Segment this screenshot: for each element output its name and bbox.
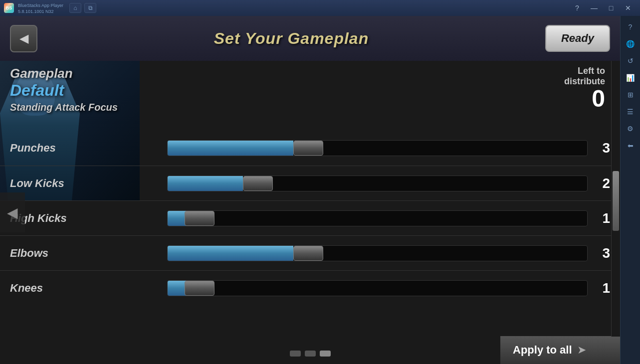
- nav-dot-2[interactable]: [320, 351, 331, 357]
- slider-track-wrapper: [167, 243, 588, 263]
- gameplan-info: Gameplan Default Standing Attack Focus: [10, 66, 118, 113]
- scrollbar-thumb[interactable]: [613, 171, 619, 231]
- app-header: ◀ Set Your Gameplan Ready: [0, 16, 620, 61]
- slider-value: 1: [595, 280, 610, 296]
- close-button[interactable]: ✕: [620, 3, 636, 13]
- home-button[interactable]: ⌂: [69, 3, 81, 13]
- back-button[interactable]: ◀: [10, 25, 37, 52]
- slider-thumb[interactable]: [243, 176, 273, 191]
- globe-icon[interactable]: 🌐: [624, 37, 638, 51]
- slider-row: Low Kicks2: [0, 166, 620, 200]
- sliders-container: Punches3Low Kicks2High Kicks1Elbows3Knee…: [0, 131, 620, 337]
- apply-btn-icon: ➤: [577, 344, 586, 357]
- slider-track[interactable]: [167, 140, 588, 156]
- slider-track-wrapper: [167, 138, 588, 158]
- slider-track-wrapper: [167, 208, 588, 228]
- slider-track-wrapper: [167, 278, 588, 298]
- nav-dot-0[interactable]: [290, 351, 301, 357]
- slider-label-high-kicks: High Kicks: [10, 212, 160, 225]
- minimize-button[interactable]: —: [586, 3, 602, 13]
- app-version: 5.8.101.1001 N32: [18, 9, 54, 14]
- app-logo: BS: [4, 3, 14, 13]
- distribute-info: Left todistribute 0: [564, 66, 605, 111]
- gameplan-subtitle: Standing Attack Focus: [10, 102, 118, 113]
- help-button[interactable]: ?: [569, 3, 585, 13]
- page-title: Set Your Gameplan: [37, 29, 545, 48]
- slider-thumb[interactable]: [185, 211, 214, 226]
- nav-dot-1[interactable]: [305, 351, 316, 357]
- apply-btn-label: Apply to all: [513, 344, 572, 357]
- slider-label-punches: Punches: [10, 142, 160, 155]
- slider-value: 3: [595, 245, 610, 261]
- title-nav: ⌂ ⧉: [69, 3, 96, 13]
- menu-icon[interactable]: ☰: [624, 105, 638, 119]
- slider-value: 1: [595, 210, 610, 226]
- slider-row: High Kicks1: [0, 200, 620, 235]
- app-name: BlueStacks App Player 5.8.101.1001 N32: [18, 2, 63, 14]
- slider-row: Punches3: [0, 131, 620, 166]
- distribute-value: 0: [564, 87, 605, 111]
- right-sidebar: ?🌐↺📊⊞☰⚙⬅: [620, 16, 640, 364]
- slider-fill: [168, 176, 243, 191]
- app-content: ◀ Set Your Gameplan Ready Gameplan Defau…: [0, 16, 620, 364]
- game-scrollbar[interactable]: [611, 61, 620, 337]
- slider-thumb[interactable]: [185, 281, 214, 296]
- slider-fill: [168, 141, 293, 156]
- app-name-text: BlueStacks App Player: [18, 3, 63, 8]
- slider-label-elbows: Elbows: [10, 247, 160, 260]
- slider-value: 2: [595, 176, 610, 191]
- slider-track[interactable]: [167, 245, 588, 261]
- slider-thumb[interactable]: [293, 141, 323, 156]
- slider-value: 3: [595, 140, 610, 156]
- multi-button[interactable]: ⧉: [84, 3, 96, 13]
- apply-to-all-button[interactable]: Apply to all ➤: [500, 336, 620, 364]
- slider-row: Knees1: [0, 270, 620, 305]
- stats-icon[interactable]: 📊: [624, 71, 638, 85]
- slider-track[interactable]: [167, 176, 588, 191]
- window-controls: ? — □ ✕: [569, 3, 636, 13]
- slider-fill: [168, 246, 293, 261]
- slider-row: Elbows3: [0, 235, 620, 270]
- gameplan-label: Gameplan: [10, 66, 118, 81]
- gameplan-name: Default: [10, 81, 118, 100]
- left-nav-arrow[interactable]: ◀: [0, 192, 25, 232]
- nav-dots: [290, 351, 331, 357]
- back-icon[interactable]: ⬅: [624, 139, 638, 153]
- slider-label-low-kicks: Low Kicks: [10, 177, 160, 190]
- game-area: Gameplan Default Standing Attack Focus L…: [0, 61, 620, 364]
- maximize-button[interactable]: □: [603, 3, 619, 13]
- ready-button[interactable]: Ready: [545, 25, 610, 52]
- title-bar: BS BlueStacks App Player 5.8.101.1001 N3…: [0, 0, 640, 16]
- slider-thumb[interactable]: [293, 246, 323, 261]
- main-wrapper: ◀ Set Your Gameplan Ready Gameplan Defau…: [0, 16, 640, 364]
- slider-track[interactable]: [167, 280, 588, 296]
- grid-icon[interactable]: ⊞: [624, 88, 638, 102]
- distribute-label: Left todistribute: [564, 66, 605, 87]
- refresh-icon[interactable]: ↺: [624, 54, 638, 68]
- slider-label-knees: Knees: [10, 282, 160, 295]
- slider-track[interactable]: [167, 210, 588, 226]
- settings-icon[interactable]: ⚙: [624, 122, 638, 136]
- help-icon[interactable]: ?: [624, 20, 638, 34]
- slider-track-wrapper: [167, 174, 588, 193]
